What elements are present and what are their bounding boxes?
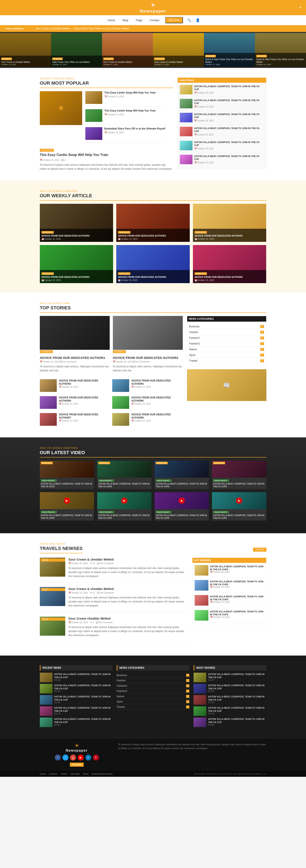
small-article[interactable]: This Easy Cardio Swap Will Help You Trai… [85,109,165,125]
footer-category-item[interactable]: Business 2 [117,673,189,678]
profile-button[interactable]: PROFILE [253,548,267,552]
footer-recent-item[interactable]: ASTON VILLA BEAT LIVERPOOL TEAM TO JOIN … [40,684,112,693]
subscribe-button[interactable]: Subscribe [70,763,83,767]
carousel-slide[interactable]: FASHION Sweet & Salty Potato Chip Toffee… [204,33,255,67]
nav-home[interactable]: Home [106,18,117,23]
weekly-article-item[interactable]: WIRELESS ADVICE FROM OUR DEDICATED AUTHO… [40,245,113,283]
footer-recent-item[interactable]: ASTON VILLA BEAT LIVERPOOL TEAM TO JOIN … [40,706,112,716]
linkedin-button[interactable]: in [85,754,91,761]
carousel-slide[interactable]: FASHION Sour Cream & cheddar Melted Octo… [0,33,51,67]
footer-category-item[interactable]: Fashion3 2 [117,688,189,694]
video-play-button[interactable]: ▶ [121,497,128,504]
travel-article[interactable]: NEWS Sour Cream & cheddar Melted 📅 Octob… [40,587,188,612]
footer-categories-label: NEWS CATEGORIES [117,665,189,671]
news-category-item[interactable]: Travels 2 [189,358,264,364]
travels-hot-news: HOT NEWSES ASTON VILLA BEAT LIVERPOOL TE… [192,558,267,646]
nav-contact[interactable]: Contact [148,18,161,23]
video-play-button[interactable]: ▶ [236,497,242,504]
latest-news-item[interactable]: ASTON VILLA BEAT LIVERPOOL TEAM TO JOIN … [180,127,264,138]
footer-recent-item[interactable]: ASTON VILLA BEAT LIVERPOOL TEAM TO JOIN … [40,673,112,682]
footer-shared-item[interactable]: ASTON VILLA BEAT LIVERPOOL TEAM TO JOIN … [194,706,266,716]
facebook-button[interactable]: f [55,754,61,761]
footer-shared-item[interactable]: ASTON VILLA BEAT LIVERPOOL TEAM TO JOIN … [194,684,266,693]
story-row[interactable]: ADVICE FROM OUR DEDICATED AUTHOR5 📅 Octo… [40,396,110,409]
latest-news-item[interactable]: ASTON VILLA BEAT LIVERPOOL TEAM TO JOIN … [180,113,264,125]
latest-news-item[interactable]: ASTON VILLA BEAT LIVERPOOL TEAM TO JOIN … [180,155,264,166]
nav-page[interactable]: Page [134,18,144,23]
buy-now-button[interactable]: Buy Now [165,17,183,23]
feature-article[interactable]: BUSINESS ADVICE FROM OUR DEDICATED AUTHO… [40,316,110,373]
footer-shared-item[interactable]: ASTON VILLA BEAT LIVERPOOL TEAM TO JOIN … [194,718,266,727]
carousel-slide[interactable]: FASHION Salty Potato Chip Toffee our and… [51,33,102,67]
video-item[interactable]: ▶ Nature Beautif... ASTON VILLA BEAT LIV… [155,492,209,521]
travel-article-text: Te eiusmod ut aliquis oatis animus Adipi… [68,625,188,638]
footer-nav-lifestyle[interactable]: Life Style [70,773,80,775]
carousel-slide[interactable]: FASHION Sweet & Salty Potato Chip Toffee… [255,33,306,67]
footer-category-item[interactable]: Fashion2 2 [117,683,189,688]
video-item[interactable]: ▶ Nature Beautif... ASTON VILLA BEAT LIV… [97,492,151,521]
travel-article[interactable]: NEWS Sour Cream cheddar Melted 📅 October… [40,617,188,642]
story-row[interactable]: ADVICE FROM OUR DEDICATED AUTHOR3 📅 Octo… [40,379,110,392]
latest-news-item[interactable]: ASTON VILLA BEAT LIVERPOOL TEAM TO JOIN … [180,99,264,111]
footer-nav-bar: Home Fashion Travel Life Style Sport Ent… [0,771,306,777]
video-item[interactable]: WIRELESS Nature Beautif... ASTON VILLA B… [97,461,151,489]
footer-nav-entertainment[interactable]: Entertainment News [92,773,113,775]
hot-news-item[interactable]: ASTON VILLA BEAT LIVERPOOL TEAM TO JOIN … [195,565,264,578]
weekly-article-item[interactable]: WIRELESS ADVICE FROM OUR DEDICATED AUTHO… [116,245,190,283]
video-item[interactable]: WIRELESS Nature Beautif... ASTON VILLA B… [40,461,94,489]
video-item[interactable]: ▶ Nature Beautif... ASTON VILLA BEAT LIV… [40,492,94,521]
footer-shared-item[interactable]: ASTON VILLA BEAT LIVERPOOL TEAM TO JOIN … [194,695,266,705]
travel-article[interactable]: NEWS Sour Cream & cheddar Melted 📅 Octob… [40,558,188,583]
minimize-icon[interactable]: ▼ [299,6,302,9]
small-article[interactable]: This Easy Cardio Swap Will Help You Trai… [85,91,165,107]
news-category-item[interactable]: Fashion 2 [189,330,264,335]
story-row[interactable]: ADVICE FROM OUR DEDICATED AUTHOR8 📅 Octo… [112,413,183,426]
footer-category-item[interactable]: Nature 2 [117,694,189,699]
weekly-article-item[interactable]: WIRELESS ADVICE FROM OUR DEDICATED AUTHO… [116,204,190,242]
news-category-item[interactable]: Fashion3 2 [189,341,264,347]
travel-article-text: Te eiusmod ut aliquis oatis animus Adipi… [68,566,188,579]
latest-news-item[interactable]: ASTON VILLA BEAT LIVERPOOL TEAM TO JOIN … [180,141,264,153]
footer-nav-travel[interactable]: Travel [61,773,67,775]
search-icon[interactable]: 🔍 [187,18,191,22]
carousel-slide[interactable]: FASHION Sour Cream & cheddar Melted Octo… [153,33,204,67]
video-item[interactable]: WIRELESS Nature Beautif... ASTON VILLA B… [155,461,209,489]
pinterest-button[interactable]: P [93,754,99,761]
googleplus-button[interactable]: g [70,754,76,761]
weekly-article-item[interactable]: WIRELESS ADVICE FROM OUR DEDICATED AUTHO… [40,204,113,242]
story-row[interactable]: ADVICE FROM OUR DEDICATED AUTHOR7 📅 Octo… [40,413,110,426]
small-article[interactable]: Basketball Stars Face Off in at the Ulti… [85,127,165,143]
news-category-item[interactable]: Business 2 [189,324,264,330]
footer-nav-sport[interactable]: Sport [83,773,88,775]
hot-news-item[interactable]: ASTON VILLA BEAT LIVERPOOL TEAM TO JOIN … [195,610,264,623]
weekly-article-item[interactable]: WIRELESS ADVICE FROM OUR DEDICATED AUTHO… [193,245,267,283]
hot-news-item[interactable]: ASTON VILLA BEAT LIVERPOOL TEAM TO JOIN … [195,580,264,593]
youtube-button[interactable]: ▶ [78,754,84,761]
video-play-button[interactable]: ▶ [64,497,70,504]
footer-nav-home[interactable]: Home [40,773,46,775]
video-item[interactable]: WIRELESS Nature Beautif... ASTON VILLA B… [212,461,266,489]
user-icon[interactable]: 👤 [196,18,200,22]
twitter-button[interactable]: t [62,754,68,761]
news-category-item[interactable]: Sport 1 [189,352,264,358]
footer-category-item[interactable]: Sport 1 [117,699,189,705]
footer-nav-fashion[interactable]: Fashion [49,773,57,775]
news-category-item[interactable]: Fashion2 2 [189,335,264,341]
feature-article[interactable]: BUSINESS ADVICE FROM OUR DEDICATED AUTHO… [113,316,183,373]
news-category-item[interactable]: Nature 2 [189,347,264,352]
footer-shared-item[interactable]: ASTON VILLA BEAT LIVERPOOL TEAM TO JOIN … [194,673,266,682]
carousel-slide[interactable]: FASHION Sour Cream & cheddar Melted Octo… [102,33,153,67]
footer-category-item[interactable]: Fashion 2 [117,678,189,683]
footer-category-item[interactable]: Travels 2 [117,705,189,710]
story-row[interactable]: ADVICE FROM OUR DEDICATED AUTHOR6 📅 Octo… [112,396,183,409]
video-play-button[interactable]: ▶ [178,497,185,504]
hot-news-item[interactable]: ASTON VILLA BEAT LIVERPOOL TEAM TO JOIN … [195,595,264,608]
footer-recent-item[interactable]: ASTON VILLA BEAT LIVERPOOL TEAM TO JOIN … [40,718,112,727]
story-row[interactable]: ADVICE FROM OUR DEDICATED AUTHOR4 📅 Octo… [112,379,183,392]
video-item[interactable]: ▶ Nature Beautif... ASTON VILLA BEAT LIV… [212,492,266,521]
footer-recent-item[interactable]: ASTON VILLA BEAT LIVERPOOL TEAM TO JOIN … [40,695,112,705]
weekly-article-item[interactable]: WIRELESS ADVICE FROM OUR DEDICATED AUTHO… [193,204,267,242]
nav-blog[interactable]: Blog [121,18,130,23]
latest-news-item[interactable]: ASTON VILLA BEAT LIVERPOOL TEAM TO JOIN … [180,85,264,97]
main-article-title: This Easy Cardio Swap Will Help You Trai… [40,153,173,157]
